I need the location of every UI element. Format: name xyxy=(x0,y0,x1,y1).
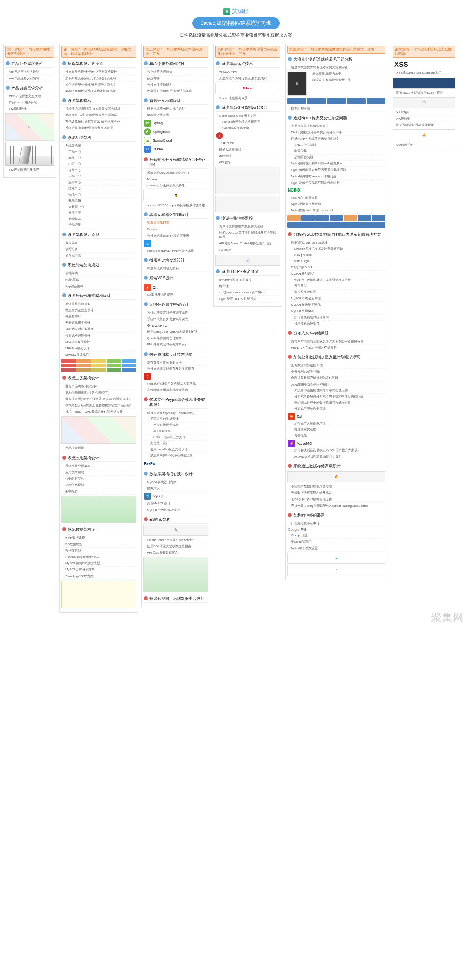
item: 社交分享 xyxy=(61,210,136,216)
item: MR/SLA规范设计 xyxy=(61,345,136,352)
item: 领域模型分析(数据流,服务数据流模型产品分析) xyxy=(61,402,136,409)
item: 分布式事务解决分布式环境下物流中库存关键问题 xyxy=(287,394,385,400)
item: 独立进程运行通信 xyxy=(143,69,208,75)
item: 视频直播 xyxy=(61,198,136,204)
item: 先解决什么问题 xyxy=(287,142,385,149)
item: 产品UE/UX用户体验 xyxy=(5,100,54,106)
item: TestFramk xyxy=(215,140,280,146)
flow-diagram xyxy=(287,98,385,104)
springcloud-icon: ☁ xyxy=(144,137,151,144)
section-title: 后端VCS设计 xyxy=(143,274,208,282)
section-title: 系统精品运维技术 xyxy=(215,60,280,68)
item: K8s/Docker/K8S+swarm容器编排 xyxy=(143,248,208,254)
section-title: 系统功能架构 xyxy=(61,134,136,142)
item: 为什么需要定时任务调度系统 xyxy=(143,310,208,316)
stage-4: 第四阶段：日均亿级系统部署架构实施及持续设计、开发 系统精品运维技术 API/L… xyxy=(213,44,282,307)
item: 搜索中心 xyxy=(61,186,136,192)
item: 智能推荐 xyxy=(61,216,136,223)
item: Nginx解决临时server不作用问题 xyxy=(287,173,385,180)
item: 活动营销 xyxy=(61,222,136,229)
item: 集luster管理门 xyxy=(287,539,385,545)
label: Git xyxy=(153,286,158,290)
item: XSS攻(Cross-site-scripting)入门 xyxy=(393,70,455,76)
item: Nginx性能node调优nginx.conf xyxy=(287,207,385,214)
item: 分布式定时任务调度 xyxy=(61,326,136,332)
section-title: 后端技术开发框架选型VCS核心组件 xyxy=(143,156,208,169)
item: Jmeter性能压测体系 xyxy=(215,95,280,102)
item: H5响应式 xyxy=(61,277,136,283)
item: 系统架构图 xyxy=(61,143,136,149)
section-title: 系统后端分布式架构设计 xyxy=(61,292,136,300)
item: 系统中大量任务调度场景实战 xyxy=(143,316,208,323)
item: 系统应用分层架构 xyxy=(61,463,136,469)
item: 架构设计示意图 xyxy=(143,112,208,118)
item: 系统架构DevOps流程设计方案 xyxy=(143,170,208,176)
stage-3: 第三阶段：日均亿级系统技术架构设计、开发 核心微服务架构特性 独立进程运行通信 … xyxy=(141,44,210,607)
diagram-thumb xyxy=(61,496,136,523)
item: 如何在产大量数据库压力 xyxy=(287,421,385,427)
section-title: 容器及容器化管理设计 xyxy=(143,211,208,219)
item: API日志/业务数据聚合 xyxy=(143,550,208,556)
item: Sonar质构代码考核 xyxy=(215,125,280,132)
item: 高性能本地缓存实现考虑因素 xyxy=(143,387,208,393)
item: openshift/K8S/gogs(git)持续集成环境搭建 xyxy=(143,202,208,209)
label: MySQL xyxy=(153,494,164,498)
item: 消息中间件MQ抗系统峰值流量 xyxy=(143,453,208,459)
item: 单机支撑1W并发请求到底是不是神话 xyxy=(61,112,136,118)
item: 搜索优化 xyxy=(287,433,385,439)
item: 会员中心 xyxy=(61,155,136,162)
section-title: 核心微服务架构特性 xyxy=(143,60,208,68)
diagram-thumb xyxy=(61,581,136,608)
section-title: 系统数据架构设计 xyxy=(61,526,136,533)
item: 后端面临问题 xyxy=(287,155,385,161)
section-title: 系统前端架构规划 xyxy=(61,261,136,269)
sub-title: 日均亿级流量高并发分布式架构商业项目完整系统解决方案 xyxy=(3,32,469,38)
item: http/https区别 加密算法 xyxy=(215,277,280,283)
item: 前端架构 xyxy=(61,270,136,277)
label: Dubbo xyxy=(153,147,163,151)
item: PM原型设计 xyxy=(5,106,54,112)
item: 如何避免辅助时统计查询 xyxy=(287,315,385,321)
brand-logo: H艾编程 xyxy=(3,8,469,15)
item: API估控 xyxy=(215,159,280,166)
item: Maven xyxy=(143,176,208,183)
item: 库存中心 xyxy=(61,173,136,180)
flow-diagram xyxy=(215,196,280,212)
item: 数据库选型 xyxy=(61,548,136,554)
item: 对接三大支付(Alipay、Apple内购) xyxy=(143,410,208,416)
item: 存好合并,Spring系测试架构AbstractRoutingDataSourc… xyxy=(287,503,385,509)
quartz-label: ⏱ QUARTZ xyxy=(143,323,208,329)
stage-2: 第二阶段：日均亿级系统业务架构、应用架构、数据架构设计 后端架构设计方法论 什么… xyxy=(59,44,138,613)
stage-header: 第六阶段：日均亿级系统线上安全性能防御 xyxy=(393,46,455,58)
item: 如何解决后台及量级让MySQL压力提升方案设计 xyxy=(287,448,385,454)
mindmap-columns: 第一阶段：日均亿级高吞吐量产品设计 产品业务需求分析 VIP产品需求业务说明 V… xyxy=(3,44,469,613)
item: 功能角色模块 xyxy=(61,482,136,488)
item: VIP产品需求业务说明 xyxy=(5,69,54,75)
label: ActiveMQ xyxy=(297,441,312,445)
item: 应用技术架构 xyxy=(61,469,136,476)
item: API服务分类 xyxy=(143,428,208,435)
item: 防火墙涵及防规建设及统筹 xyxy=(393,122,455,128)
flow-diagram xyxy=(215,167,280,194)
item: Redis核心及集群架构解决方案实战 xyxy=(143,381,208,387)
item: 系统热库数据归档夜后台处理 xyxy=(287,484,385,490)
item: 老DB拆解与N/S数据存储迁移 xyxy=(287,496,385,503)
item: 物流中心 xyxy=(61,192,136,198)
item: 支付中心 xyxy=(61,180,136,186)
item: 并发用户,响应时间,TPS高并发三大指标 xyxy=(61,106,136,112)
item: 技术、R&D、QPS资源容量估算评估方案 xyxy=(61,409,136,415)
logo-icon: H xyxy=(223,8,230,15)
docker-icon: 🐳 xyxy=(144,240,151,247)
item: 缓存升降性能的重要方法 xyxy=(143,360,208,366)
spring-icon: ✿ xyxy=(144,120,151,127)
label: Solr xyxy=(297,415,303,419)
section-title: ES搜索架构 xyxy=(143,516,208,524)
paypal-icon: PayPal xyxy=(144,460,156,467)
item: 技术架构落后 xyxy=(287,105,385,112)
caption: 产品生命周期 xyxy=(61,445,136,451)
item: Nginx配置HTTPS性能模式 xyxy=(215,296,280,302)
item: 无状态化服务设计 xyxy=(61,320,136,326)
item: Gerrit Code Code版本协同 xyxy=(215,113,280,119)
thumb xyxy=(393,78,455,89)
thumb: 📋 xyxy=(393,97,455,108)
